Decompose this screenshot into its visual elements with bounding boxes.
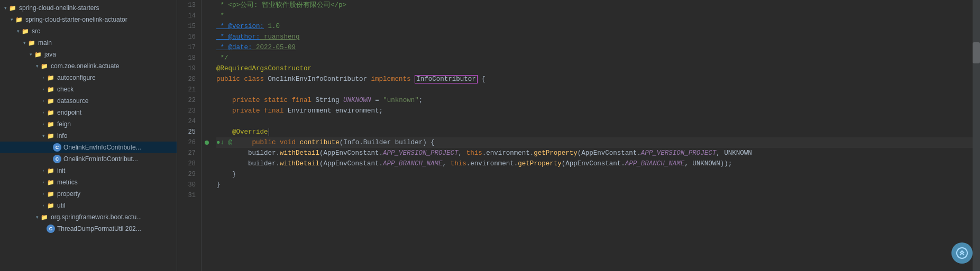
comment: 1.0 <box>264 23 280 30</box>
sidebar-item-org.springframework.boot.actu...[interactable]: 📁org.springframework.boot.actu... <box>0 211 177 223</box>
chevron-icon[interactable] <box>40 122 47 127</box>
file-icon: C <box>47 225 55 233</box>
chevron-icon[interactable] <box>40 203 47 208</box>
sidebar-item-info[interactable]: 📁info <box>0 130 177 142</box>
code-line-19: @RequiredArgsConstructor <box>216 63 973 74</box>
sidebar-item-java[interactable]: 📁java <box>0 49 177 60</box>
sidebar-item-com.zoe.onelink.actuate[interactable]: 📁com.zoe.onelink.actuate <box>0 60 177 72</box>
line-number-30: 30 <box>181 180 196 190</box>
comment-link: * @date: <box>216 44 252 51</box>
sidebar-item-ThreadDumpFormatUtil[interactable]: CThreadDumpFormatUtil 202... <box>0 223 177 235</box>
annotation: @Override <box>216 128 268 136</box>
sidebar-item-datasource[interactable]: 📁datasource <box>0 95 177 107</box>
line-number-13: 13 <box>181 0 196 11</box>
code-text <box>236 139 252 146</box>
code-text: , UNKNOWN)); <box>684 160 732 167</box>
sidebar-item-metrics[interactable]: 📁metrics <box>0 176 177 188</box>
folder-icon: 📁 <box>47 85 55 94</box>
at-symbol: @ <box>228 139 233 146</box>
code-line-28: builder.withDetail(AppEnvConstant.APP_BR… <box>216 158 973 169</box>
chevron-icon[interactable] <box>40 75 47 80</box>
code-text <box>276 139 280 146</box>
field-name: UNKNOWN <box>343 97 371 104</box>
sidebar-item-feign[interactable]: 📁feign <box>0 118 177 130</box>
gutter-row-21 <box>202 85 212 95</box>
chevron-icon[interactable] <box>40 87 47 92</box>
code-text: } <box>216 181 221 189</box>
code-text: } <box>216 171 236 178</box>
code-line-13: * <p>公司: 智业软件股份有限公司</p> <box>216 0 973 11</box>
method-name: getProperty <box>534 149 578 157</box>
keyword: static <box>264 97 288 104</box>
code-text: String <box>312 97 343 104</box>
sidebar-item-src[interactable]: 📁src <box>0 25 177 37</box>
sidebar-item-main[interactable]: 📁main <box>0 37 177 49</box>
keyword: final <box>264 107 284 115</box>
code-text: ; <box>419 97 423 104</box>
sidebar-item-OnelinkEnvInfoContributor[interactable]: COnelinkEnvInfoContribute... <box>0 142 177 153</box>
scrollbar[interactable] <box>973 0 980 271</box>
code-line-22: private static final String UNKNOWN = "u… <box>216 95 973 106</box>
code-line-16: * @author: ruansheng <box>216 32 973 42</box>
code-line-21 <box>216 85 973 95</box>
sidebar-item-spring-cloud-onelink-starters[interactable]: 📁spring-cloud-onelink-starters <box>0 2 177 14</box>
comment-link: * @author: <box>216 33 260 41</box>
code-line-20: public class OnelinkEnvInfoContributor i… <box>216 74 973 85</box>
highlighted-symbol: InfoContributor <box>415 75 478 83</box>
line-number-25: 25 <box>181 127 196 137</box>
keyword: void <box>280 139 296 146</box>
chevron-icon[interactable] <box>40 180 47 185</box>
sidebar-item-label: ThreadDumpFormatUtil 202... <box>57 225 177 232</box>
sidebar-item-autoconfigure[interactable]: 📁autoconfigure <box>0 72 177 83</box>
code-text <box>216 107 232 115</box>
folder-icon: 📁 <box>47 132 55 140</box>
gutter-row-26 <box>202 137 212 148</box>
sidebar-item-init[interactable]: 📁init <box>0 165 177 176</box>
chevron-icon[interactable] <box>40 110 47 115</box>
chevron-icon[interactable] <box>40 98 47 104</box>
scrollbar-thumb[interactable] <box>973 42 980 63</box>
folder-icon: 📁 <box>47 166 55 175</box>
code-text: (AppEnvConstant. <box>578 149 641 157</box>
chevron-icon[interactable] <box>34 214 40 220</box>
folder-icon: 📁 <box>47 190 55 198</box>
sidebar-item-OnelinkFrmInfoContributor[interactable]: COnelinkFrmInfoContribut... <box>0 153 177 165</box>
line-number-20: 20 <box>181 74 196 85</box>
chevron-icon[interactable] <box>8 17 15 22</box>
method-name: getProperty <box>518 160 562 167</box>
chevron-icon[interactable] <box>2 5 8 11</box>
sidebar-item-label: property <box>57 190 177 198</box>
chevron-icon[interactable] <box>40 168 47 173</box>
chevron-icon[interactable] <box>40 191 47 197</box>
folder-icon: 📁 <box>47 120 55 128</box>
bottom-right-icon[interactable] <box>951 242 973 264</box>
chevron-icon[interactable] <box>15 29 21 34</box>
code-text: = <box>371 97 383 104</box>
sidebar-item-label: OnelinkFrmInfoContribut... <box>63 155 177 163</box>
code-text: (AppEnvConstant. <box>562 160 625 167</box>
gutter-row-14 <box>202 11 212 21</box>
sidebar-item-endpoint[interactable]: 📁endpoint <box>0 107 177 118</box>
code-text <box>260 107 264 115</box>
code-text <box>411 76 415 83</box>
folder-icon: 📁 <box>40 62 49 70</box>
code-text: OnelinkEnvInfoContributor <box>264 76 371 83</box>
code-line-17: * @date: 2022-05-09 <box>216 42 973 53</box>
chevron-icon[interactable] <box>21 40 28 45</box>
sidebar-item-spring-cloud-starter-onelink-actuator[interactable]: 📁spring-cloud-starter-onelink-actuator <box>0 14 177 25</box>
code-text <box>216 97 232 104</box>
chevron-icon[interactable] <box>40 133 47 138</box>
sidebar-item-label: check <box>57 86 177 93</box>
chevron-icon[interactable] <box>28 52 34 57</box>
chevron-icon[interactable] <box>34 63 40 69</box>
folder-icon: 📁 <box>15 15 23 24</box>
sidebar-item-label: com.zoe.onelink.actuate <box>51 62 177 70</box>
sidebar-item-label: info <box>57 132 177 139</box>
sidebar-item-label: spring-cloud-onelink-starters <box>19 4 177 12</box>
sidebar-item-check[interactable]: 📁check <box>0 83 177 95</box>
method-name: withDetail <box>280 160 319 167</box>
gutter-row-23 <box>202 106 212 116</box>
sidebar-item-property[interactable]: 📁property <box>0 188 177 200</box>
code-text <box>288 97 292 104</box>
sidebar-item-util[interactable]: 📁util <box>0 200 177 211</box>
